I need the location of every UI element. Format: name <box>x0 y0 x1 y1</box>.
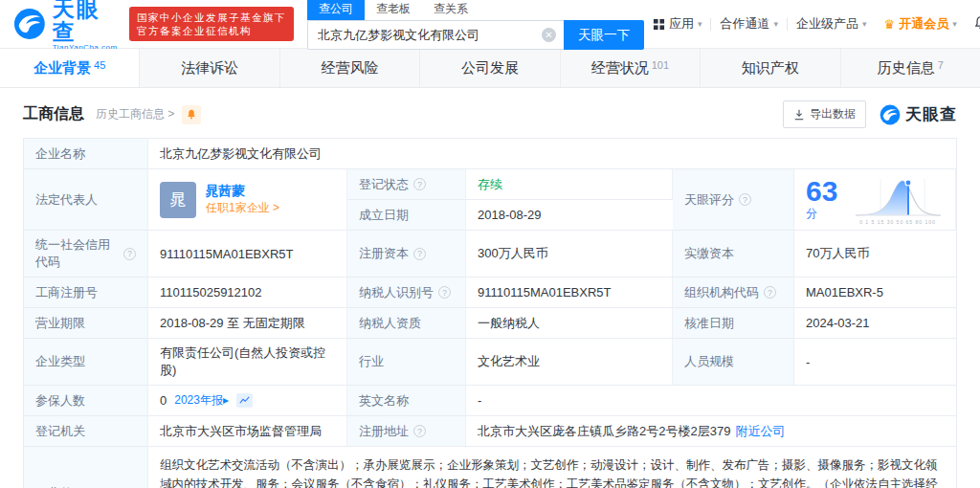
tab-legal-proceedings[interactable]: 法律诉讼 <box>140 49 279 87</box>
business-info-table: 企业名称 北京九亿梦影视文化有限公司 法定代表人 晁 晁茜蒙 任职1家企业 > … <box>23 138 957 488</box>
field-label-taxpayer-quality: 纳税人资质 <box>347 308 466 339</box>
tab-intellectual-property[interactable]: 知识产权 <box>701 49 840 87</box>
notification-bell-button[interactable] <box>966 15 980 33</box>
legal-rep-name-link[interactable]: 晁茜蒙 <box>206 183 279 200</box>
help-icon[interactable] <box>739 193 751 206</box>
table-row: 统一社会信用代码 91110115MA01EBXR5T 注册资本 300万人民币… <box>24 231 956 277</box>
tianyancha-logo[interactable]: 天眼查 TianYanCha.com <box>13 0 120 52</box>
field-label-reg-authority: 登记机关 <box>24 416 148 447</box>
clear-search-icon[interactable]: ✕ <box>542 28 556 42</box>
menu-enterprise-products[interactable]: 企业级产品 ▾ <box>788 15 876 33</box>
field-value-staff-size: - <box>794 339 956 386</box>
field-label-score: 天眼评分 <box>673 169 794 231</box>
field-label-business-scope: 经营范围 <box>24 447 148 488</box>
field-value-approval-date: 2024-03-21 <box>794 308 956 339</box>
score-unit: 分 <box>806 207 817 220</box>
field-value-reg-authority: 北京市大兴区市场监督管理局 <box>148 416 347 447</box>
tab-label: 历史信息 <box>878 59 935 78</box>
top-menu: 应用 ▾ 合作通道 ▾ 企业级产品 ▾ ♛ 开通会员 ▾ 超级.. ▾ <box>644 15 980 33</box>
tab-label: 经营状况 <box>591 59 649 78</box>
menu-vip-label: 开通会员 <box>899 15 948 33</box>
legal-rep-avatar[interactable]: 晁 <box>160 182 196 218</box>
legal-rep-positions-link[interactable]: 任职1家企业 > <box>206 200 279 216</box>
field-label-reg-number: 工商注册号 <box>24 277 148 308</box>
tab-label: 经营风险 <box>322 59 379 78</box>
field-label-taxpayer-id: 纳税人识别号 <box>347 277 466 308</box>
field-label-credit-code: 统一社会信用代码 <box>24 231 148 277</box>
line-chart-icon <box>239 396 250 405</box>
table-row: 营业期限 2018-08-29 至 无固定期限 纳税人资质 一般纳税人 核准日期… <box>24 308 956 339</box>
subscribe-bell-button[interactable] <box>182 105 201 124</box>
menu-cooperation[interactable]: 合作通道 ▾ <box>711 15 787 33</box>
chevron-down-icon: ▾ <box>773 19 778 29</box>
company-tab-bar: 企业背景 45 法律诉讼 经营风险 公司发展 经营状况 101 知识产权 历史信… <box>0 48 980 88</box>
export-data-button[interactable]: 导出数据 <box>783 100 866 128</box>
search-input[interactable] <box>307 20 564 50</box>
business-info-header: 工商信息 历史工商信息 > 导出数据 天眼查 <box>0 88 980 138</box>
field-label-paid-capital: 实缴资本 <box>673 231 794 277</box>
search-button[interactable]: 天眼一下 <box>564 20 644 50</box>
trend-chart-button[interactable] <box>236 393 253 408</box>
menu-apps-label: 应用 <box>669 15 694 33</box>
field-label-legal-rep: 法定代表人 <box>24 169 148 231</box>
field-label-staff-size: 人员规模 <box>673 339 794 386</box>
help-icon[interactable] <box>438 286 451 299</box>
nearby-companies-link[interactable]: 附近公司 <box>735 423 785 440</box>
tab-label: 公司发展 <box>461 59 519 78</box>
help-icon[interactable] <box>413 425 426 437</box>
tab-company-development[interactable]: 公司发展 <box>420 49 560 87</box>
history-business-info-link[interactable]: 历史工商信息 > <box>96 106 174 122</box>
field-label-english-name: 英文名称 <box>347 386 466 416</box>
menu-apps[interactable]: 应用 ▾ <box>644 15 711 33</box>
insured-count: 0 <box>160 393 167 408</box>
field-label-business-term: 营业期限 <box>24 308 148 339</box>
field-value-paid-capital: 70万人民币 <box>794 231 956 277</box>
menu-open-membership[interactable]: ♛ 开通会员 ▾ <box>876 15 966 33</box>
tab-company-background[interactable]: 企业背景 45 <box>0 49 140 87</box>
field-label-insured-count: 参保人数 <box>24 386 148 416</box>
field-label-reg-status: 登记状态 <box>347 169 466 200</box>
search-area: 查公司 查老板 查关系 ✕ 天眼一下 <box>307 0 644 50</box>
download-icon <box>793 109 805 121</box>
reg-address-text: 北京市大兴区庞各庄镇瓜乡路2号2号楼2层379 <box>478 423 730 440</box>
watermark-logo: 天眼查 <box>880 103 957 125</box>
field-label-text: 天眼评分 <box>684 191 734 209</box>
badge-line2: 官方备案企业征信机构 <box>137 24 286 37</box>
help-icon[interactable] <box>123 248 136 260</box>
field-value-taxpayer-id: 91110115MA01EBXR5T <box>466 277 673 308</box>
annual-report-link[interactable]: 2023年报▸ <box>174 392 229 409</box>
chevron-down-icon: ▾ <box>862 19 867 29</box>
table-row: 法定代表人 晁 晁茜蒙 任职1家企业 > 登记状态 存续 天眼评分 63分 <box>24 169 956 231</box>
search-tab-company[interactable]: 查公司 <box>307 0 365 20</box>
search-tab-boss[interactable]: 查老板 <box>365 0 422 20</box>
field-label-industry: 行业 <box>347 339 466 386</box>
tab-history-info[interactable]: 历史信息 7 <box>841 49 980 87</box>
export-data-label: 导出数据 <box>810 106 856 122</box>
score-marker-dot <box>905 180 911 186</box>
field-label-text: 注册地址 <box>359 423 409 440</box>
field-value-establish-date: 2018-08-29 <box>466 200 673 231</box>
field-value-reg-address: 北京市大兴区庞各庄镇瓜乡路2号2号楼2层379 附近公司 <box>466 416 956 447</box>
tab-label: 企业背景 <box>33 59 91 78</box>
score-value: 63 <box>806 175 837 207</box>
section-title: 工商信息 <box>23 104 84 124</box>
tab-operating-risk[interactable]: 经营风险 <box>280 49 420 87</box>
field-value-company-type: 有限责任公司(自然人投资或控股) <box>148 339 347 386</box>
chevron-down-icon: ▾ <box>698 19 702 29</box>
help-icon[interactable] <box>413 248 426 260</box>
field-value-company-name: 北京九亿梦影视文化有限公司 <box>148 139 956 169</box>
tab-operating-status[interactable]: 经营状况 101 <box>561 49 701 87</box>
field-label-reg-capital: 注册资本 <box>347 231 466 277</box>
table-row: 经营范围 组织文化艺术交流活动（不含演出）；承办展览展示；企业形象策划；文艺创作… <box>24 447 956 488</box>
field-value-org-code: MA01EBXR-5 <box>794 277 956 308</box>
field-value-english-name: - <box>466 386 956 416</box>
field-label-establish-date: 成立日期 <box>347 200 466 231</box>
help-icon[interactable] <box>764 286 776 299</box>
help-icon[interactable] <box>413 178 426 190</box>
menu-cooperation-label: 合作通道 <box>720 15 769 33</box>
chevron-down-icon: ▾ <box>952 19 957 29</box>
field-value-industry: 文化艺术业 <box>466 339 673 386</box>
score-distribution-chart: 0 1 5 15 30 50 65 80 100 <box>852 175 944 225</box>
search-tab-relation[interactable]: 查关系 <box>422 0 479 20</box>
grid-icon <box>653 18 665 31</box>
